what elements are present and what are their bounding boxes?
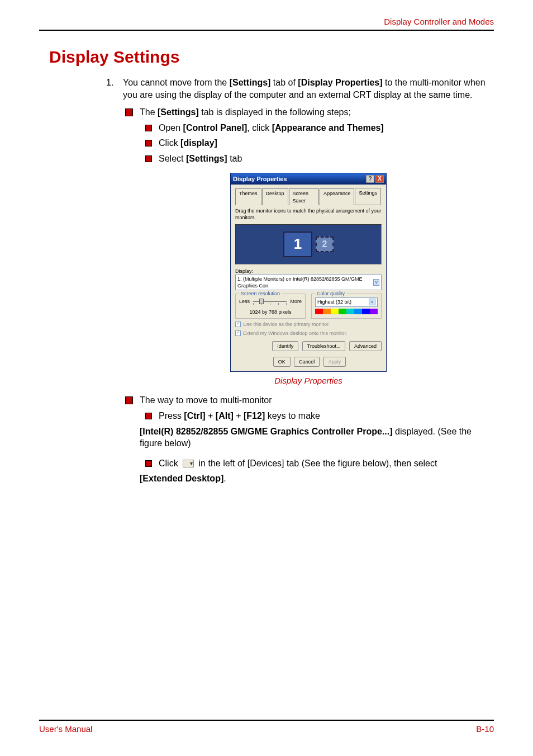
- tab-settings[interactable]: Settings: [355, 188, 381, 204]
- bold: [Settings]: [230, 78, 271, 87]
- text: tab of: [270, 78, 298, 87]
- tab-appearance[interactable]: Appearance: [320, 188, 355, 205]
- header-breadcrumb: Display Controller and Modes: [39, 17, 494, 30]
- bold: [Display Properties]: [298, 78, 382, 87]
- middle-button-row: Identify Troubleshoot... Advanced: [235, 341, 382, 351]
- sub-bullet: Select [Settings] tab: [159, 153, 494, 165]
- numbered-item: You cannot move from the [Settings] tab …: [123, 77, 494, 101]
- identify-button[interactable]: Identify: [272, 341, 298, 351]
- text: Press: [159, 411, 184, 420]
- resolution-slider[interactable]: [253, 301, 287, 302]
- monitor-2-icon[interactable]: 2: [316, 237, 334, 252]
- troubleshoot-button[interactable]: Troubleshoot...: [302, 341, 346, 351]
- bold: [Settings]: [186, 154, 227, 163]
- text: , click: [247, 123, 272, 133]
- display-select[interactable]: 1. (Multiple Monitors) on Intel(R) 82852…: [235, 275, 382, 290]
- bottom-button-row: OK Cancel Apply: [235, 357, 382, 367]
- footer-right: B-10: [476, 724, 494, 734]
- sub-bullet: Click in the left of [Devices] tab (See …: [159, 457, 494, 470]
- text: tab: [227, 154, 242, 163]
- text: .: [223, 474, 226, 483]
- dialog-titlebar: Display Properties ? X: [231, 173, 386, 185]
- bold: [Extended Desktop]: [140, 474, 223, 483]
- text: +: [234, 411, 244, 420]
- monitor-1-icon[interactable]: 1: [283, 231, 312, 257]
- cancel-button[interactable]: Cancel: [294, 357, 320, 367]
- tab-strip: Themes Desktop Screen Saver Appearance S…: [235, 188, 382, 205]
- chevron-down-icon: v: [373, 279, 379, 286]
- bold: [Ctrl]: [184, 411, 205, 420]
- display-select-value: 1. (Multiple Monitors) on Intel(R) 82852…: [237, 276, 373, 289]
- slider-max-label: More: [290, 298, 302, 305]
- footer-left: User's Manual: [39, 724, 92, 734]
- figure-caption: Display Properties: [123, 375, 494, 386]
- checkbox-icon: ✓: [235, 322, 241, 327]
- chevron-down-icon: v: [369, 299, 375, 305]
- tab-desktop[interactable]: Desktop: [262, 188, 288, 205]
- group-label: Color quality: [315, 290, 346, 297]
- close-button[interactable]: X: [375, 175, 384, 183]
- text: Click: [159, 138, 180, 148]
- bold: [display]: [180, 138, 217, 148]
- text: keys to make: [265, 411, 320, 420]
- resolution-group: Screen resolution Less More 1024 by 768 …: [235, 294, 306, 318]
- bullet-item: The [Settings] tab is displayed in the f…: [140, 106, 494, 164]
- slider-min-label: Less: [239, 298, 250, 305]
- text: +: [206, 411, 216, 420]
- checkbox-icon: ✓: [235, 330, 241, 336]
- color-preview-bar: [315, 309, 378, 314]
- bold: [Appearance and Themes]: [272, 123, 384, 133]
- color-select-value: Highest (32 bit): [317, 299, 351, 305]
- color-quality-select[interactable]: Highest (32 bit) v: [315, 297, 378, 306]
- bold: [Control Panel]: [183, 123, 248, 133]
- header-rule: [39, 30, 494, 31]
- bold: [F12]: [244, 411, 265, 420]
- display-properties-dialog: Display Properties ? X Themes Desktop Sc…: [230, 173, 387, 372]
- sub-bullet: Press [Ctrl] + [Alt] + [F12] keys to mak…: [159, 410, 494, 422]
- resolution-value: 1024 by 768 pixels: [239, 309, 302, 315]
- dialog-title: Display Properties: [233, 175, 365, 183]
- bold: [Settings]: [158, 107, 199, 117]
- sub-bullet: Open [Control Panel], click [Appearance …: [159, 122, 494, 134]
- checkbox-label: Use this device as the primary monitor.: [243, 321, 330, 328]
- text: The way to move to multi-monitor: [140, 395, 272, 405]
- section-title: Display Settings: [49, 48, 494, 67]
- footer: User's Manual B-10: [39, 720, 494, 734]
- extend-desktop-checkbox-row: ✓ Extend my Windows desktop onto this mo…: [235, 330, 382, 337]
- text: You cannot move from the: [123, 78, 230, 87]
- sub-bullet: Click [display]: [159, 137, 494, 149]
- dialog-instruction: Drag the monitor icons to match the phys…: [235, 207, 382, 221]
- primary-monitor-checkbox-row: ✓ Use this device as the primary monitor…: [235, 321, 382, 328]
- dropdown-icon: [183, 460, 194, 467]
- text: tab is displayed in the following steps;: [199, 107, 351, 117]
- bold: [Alt]: [216, 411, 234, 420]
- checkbox-label: Extend my Windows desktop onto this moni…: [243, 330, 348, 337]
- text: Open: [159, 123, 183, 133]
- tab-screensaver[interactable]: Screen Saver: [289, 188, 319, 205]
- text: Select: [159, 154, 186, 163]
- monitor-arrangement-area[interactable]: 1 2: [235, 224, 382, 264]
- help-button[interactable]: ?: [366, 175, 374, 183]
- text: The: [140, 107, 158, 117]
- content-area: You cannot move from the [Settings] tab …: [123, 77, 494, 485]
- bullet-item: The way to move to multi-monitor Press […: [140, 394, 494, 485]
- display-label: Display:: [235, 268, 382, 275]
- text: Click: [159, 459, 180, 468]
- text: in the left of [Devices] tab (See the fi…: [196, 459, 437, 468]
- bold: [Intel(R) 82852/82855 GM/GME Graphics Co…: [140, 427, 393, 436]
- ok-button[interactable]: OK: [273, 357, 291, 367]
- group-label: Screen resolution: [239, 290, 282, 297]
- advanced-button[interactable]: Advanced: [349, 341, 382, 351]
- color-group: Color quality Highest (32 bit) v: [311, 294, 382, 318]
- tab-themes[interactable]: Themes: [235, 188, 261, 205]
- apply-button[interactable]: Apply: [323, 357, 346, 367]
